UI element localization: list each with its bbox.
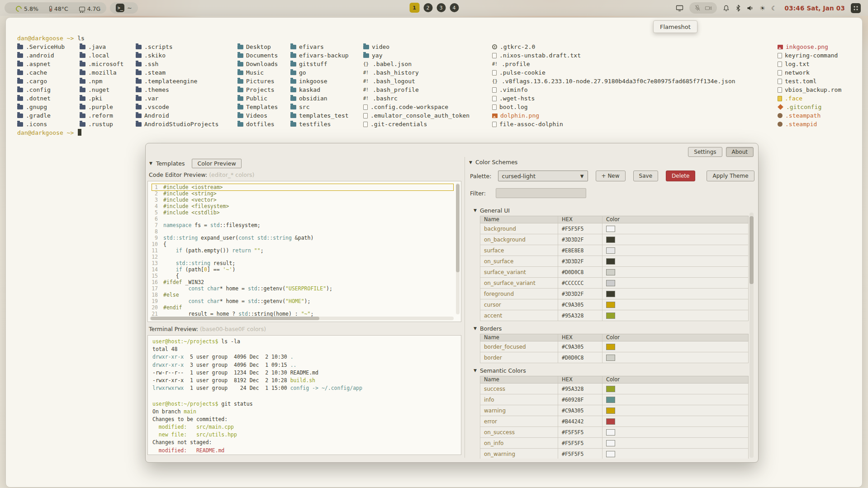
- workspace-2[interactable]: 2: [423, 3, 432, 12]
- color-name-cell: info: [480, 394, 558, 405]
- settings-button[interactable]: Settings: [688, 147, 722, 157]
- system-stats-pill[interactable]: 5.8% 48°C 4.7G: [5, 2, 106, 14]
- color-group-header[interactable]: ▼Semantic Colors: [474, 367, 754, 374]
- color-swatch-cell: [602, 310, 748, 321]
- file-name: .viminfo: [499, 86, 528, 93]
- file-entry: efivars-backup: [290, 51, 349, 60]
- color-row[interactable]: error#B44242: [480, 416, 749, 427]
- color-row[interactable]: on_surface#3D3D2F: [480, 256, 749, 267]
- clock[interactable]: 03:46 Sat, Jan 03: [785, 5, 845, 12]
- color-hex-cell: #D0D0C8: [558, 352, 602, 363]
- folder-icon: [17, 105, 23, 109]
- file-entry: .rustup: [80, 120, 123, 128]
- color-swatch[interactable]: [606, 355, 615, 361]
- table-scrollbar[interactable]: [749, 213, 754, 458]
- brightness-icon[interactable]: ☀: [759, 5, 765, 11]
- color-row[interactable]: background#F5F5F5: [480, 223, 749, 234]
- file-name: testfiles: [299, 121, 331, 128]
- color-swatch[interactable]: [606, 344, 615, 350]
- delete-button[interactable]: Delete: [666, 171, 695, 181]
- code-editor-preview[interactable]: 1#include <iostream>2#include <string>3#…: [147, 181, 461, 322]
- color-swatch[interactable]: [606, 302, 615, 308]
- thermometer-icon: [49, 6, 52, 12]
- scrollbar-thumb[interactable]: [749, 216, 754, 284]
- tray-icon[interactable]: [851, 3, 861, 13]
- color-row[interactable]: surface#E8E8E8: [480, 245, 749, 256]
- color-row[interactable]: accent#95A328: [480, 310, 749, 321]
- color-swatch[interactable]: [606, 313, 615, 319]
- palette-select[interactable]: cursed-light ▼: [498, 171, 588, 181]
- line-number: 5: [148, 209, 163, 216]
- code-line: 10{: [148, 241, 461, 247]
- color-swatch[interactable]: [606, 291, 615, 297]
- color-swatch[interactable]: [606, 258, 615, 265]
- file-name: .git-credentials: [370, 121, 427, 128]
- color-row[interactable]: on_info#F5F5F5: [480, 438, 749, 449]
- file-icon: [778, 96, 782, 101]
- save-button[interactable]: Save: [633, 171, 658, 181]
- color-row[interactable]: on_success#F5F5F5: [480, 427, 749, 438]
- folder-icon: [237, 53, 243, 58]
- workspace-4[interactable]: 4: [450, 3, 459, 12]
- color-swatch[interactable]: [606, 237, 615, 243]
- color-group-header[interactable]: ▼General UI: [474, 207, 754, 214]
- color-row[interactable]: warning#C9A305: [480, 405, 749, 416]
- filter-input[interactable]: [496, 188, 586, 198]
- collapse-triangle-icon[interactable]: ▼: [149, 161, 152, 166]
- color-row[interactable]: on_warning#F5F5F5: [480, 449, 749, 459]
- terminal-color-preview[interactable]: user@host:~/projects$ ls -latotal 48drwx…: [147, 335, 461, 455]
- color-row[interactable]: border#D0D0C8: [480, 352, 749, 363]
- apply-theme-button[interactable]: Apply Theme: [707, 171, 754, 181]
- color-swatch[interactable]: [606, 269, 615, 275]
- folder-icon: [80, 45, 85, 49]
- file-icon: [492, 114, 498, 118]
- display-icon[interactable]: [676, 5, 683, 12]
- scrollbar-thumb[interactable]: [151, 317, 319, 320]
- file-icon: [492, 62, 499, 67]
- workspace-3[interactable]: 3: [436, 3, 446, 12]
- collapse-triangle-icon: ▼: [474, 208, 477, 213]
- bluetooth-icon[interactable]: [735, 5, 741, 12]
- color-row[interactable]: on_background#3D3D2F: [480, 234, 749, 245]
- pane-divider[interactable]: [465, 157, 465, 458]
- file-name: src: [299, 104, 309, 110]
- color-row[interactable]: info#60928F: [480, 394, 749, 405]
- color-row[interactable]: foreground#3D3D2F: [480, 289, 749, 299]
- tab-color-preview[interactable]: Color Preview: [192, 159, 241, 168]
- editor-horizontal-scrollbar[interactable]: [150, 317, 454, 320]
- color-swatch[interactable]: [606, 226, 615, 232]
- collapse-triangle-icon: ▼: [474, 326, 477, 331]
- taskbar-app-pill[interactable]: >_ ~: [110, 2, 138, 14]
- new-palette-button[interactable]: + New: [596, 171, 626, 181]
- file-icon: [778, 53, 782, 58]
- color-swatch[interactable]: [606, 451, 615, 457]
- collapse-triangle-icon[interactable]: ▼: [469, 160, 472, 165]
- file-entry: .steampath: [778, 111, 841, 120]
- templates-section-label[interactable]: Templates: [156, 160, 185, 167]
- color-row[interactable]: success#95A328: [480, 384, 749, 394]
- color-row[interactable]: surface_variant#D0D0C8: [480, 267, 749, 278]
- color-row[interactable]: border_focused#C9A305: [480, 341, 749, 352]
- bell-icon[interactable]: [723, 5, 730, 12]
- color-swatch[interactable]: [606, 440, 615, 446]
- scrollbar-thumb[interactable]: [456, 184, 460, 272]
- color-swatch[interactable]: [606, 386, 615, 392]
- code-line: 19 const char* home = std::getenv("HOME"…: [148, 298, 461, 304]
- color-swatch[interactable]: [606, 280, 615, 286]
- file-name: .steampath: [785, 112, 821, 119]
- color-swatch[interactable]: [606, 407, 615, 414]
- workspace-1[interactable]: 1: [409, 3, 419, 13]
- night-light-icon[interactable]: ☾: [771, 5, 777, 11]
- color-swatch[interactable]: [606, 397, 615, 403]
- color-swatch[interactable]: [606, 429, 615, 436]
- volume-icon[interactable]: [747, 5, 754, 11]
- muted-indicators-pill[interactable]: [689, 2, 717, 14]
- color-row[interactable]: on_surface_variant#CCCCCC: [480, 278, 749, 289]
- color-row[interactable]: cursor#C9A305: [480, 299, 749, 310]
- color-group-header[interactable]: ▼Borders: [474, 325, 754, 332]
- color-swatch[interactable]: [606, 247, 615, 254]
- about-button[interactable]: About: [726, 147, 754, 157]
- column-header: HEX: [558, 376, 602, 383]
- editor-vertical-scrollbar[interactable]: [456, 183, 460, 314]
- color-swatch[interactable]: [606, 418, 615, 425]
